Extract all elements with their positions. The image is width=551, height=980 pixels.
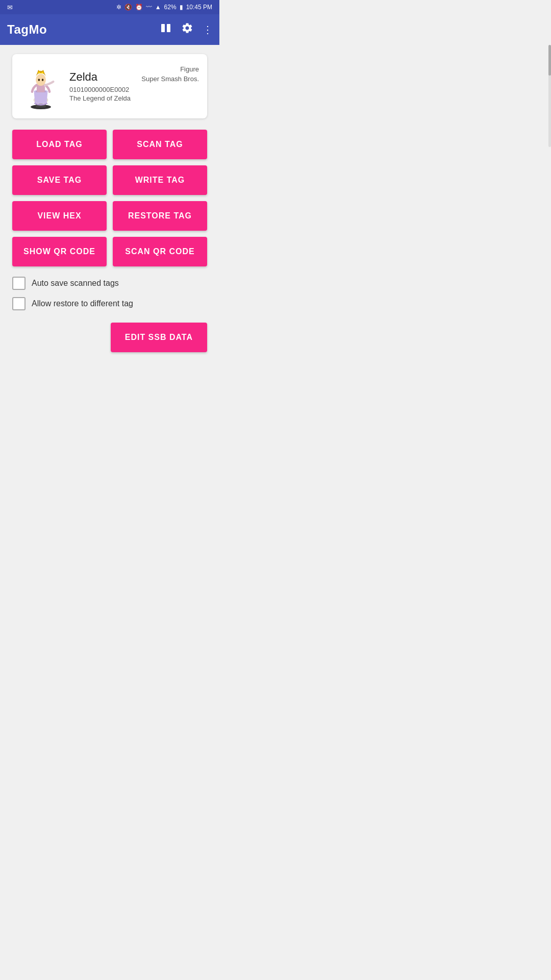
time: 10:45 PM [186, 4, 212, 11]
mail-icon: ✉ [7, 4, 13, 11]
app-title: TagMo [7, 22, 160, 37]
app-bar: TagMo ⋮ [0, 14, 219, 45]
svg-point-8 [38, 79, 40, 81]
svg-rect-0 [161, 24, 165, 32]
svg-point-9 [42, 79, 44, 81]
allow-restore-row: Allow restore to different tag [12, 297, 207, 310]
svg-point-7 [36, 74, 46, 86]
battery-icon: ▮ [180, 4, 183, 11]
battery-percent: 62% [164, 4, 177, 11]
card-info: Zelda 01010000000E0002 The Legend of Zel… [69, 70, 133, 102]
write-tag-button[interactable]: WRITE TAG [113, 165, 207, 195]
auto-save-checkbox[interactable] [12, 277, 26, 290]
allow-restore-checkbox[interactable] [12, 297, 26, 310]
amiibo-series: The Legend of Zelda [69, 94, 133, 102]
scan-qr-code-button[interactable]: SCAN QR CODE [113, 237, 207, 266]
amiibo-name: Zelda [69, 70, 133, 84]
checkbox-section: Auto save scanned tags Allow restore to … [12, 277, 207, 310]
amiibo-game: Super Smash Bros. [141, 75, 199, 83]
amiibo-image [20, 63, 61, 109]
amiibo-type: Figure [141, 65, 199, 73]
edit-ssb-row: EDIT SSB DATA [12, 323, 207, 352]
scan-tag-button[interactable]: SCAN TAG [113, 130, 207, 159]
auto-save-label: Auto save scanned tags [32, 279, 119, 288]
card-meta: Figure Super Smash Bros. [141, 65, 199, 83]
status-bar: ✉ ✲ 🔇 ⏰ 〰 ▲ 62% ▮ 10:45 PM [0, 0, 219, 14]
allow-restore-label: Allow restore to different tag [32, 299, 133, 308]
restore-tag-button[interactable]: RESTORE TAG [113, 201, 207, 231]
mute-icon: 🔇 [124, 4, 132, 11]
save-tag-button[interactable]: SAVE TAG [12, 165, 107, 195]
app-bar-actions: ⋮ [160, 22, 212, 37]
amiibo-card: Zelda 01010000000E0002 The Legend of Zel… [12, 54, 207, 118]
gear-icon[interactable] [181, 22, 193, 37]
edit-ssb-button[interactable]: EDIT SSB DATA [111, 323, 207, 352]
status-right: ✲ 🔇 ⏰ 〰 ▲ 62% ▮ 10:45 PM [116, 4, 212, 11]
vibrate-icon: 〰 [146, 4, 152, 11]
bluetooth-icon: ✲ [116, 4, 121, 11]
alarm-icon: ⏰ [135, 4, 143, 11]
main-content: Zelda 01010000000E0002 The Legend of Zel… [0, 45, 219, 361]
signal-icon: ▲ [155, 4, 161, 11]
view-hex-button[interactable]: VIEW HEX [12, 201, 107, 231]
show-qr-code-button[interactable]: SHOW QR CODE [12, 237, 107, 266]
auto-save-row: Auto save scanned tags [12, 277, 207, 290]
load-tag-button[interactable]: LOAD TAG [12, 130, 107, 159]
zelda-figure-svg [23, 63, 59, 109]
svg-rect-1 [167, 24, 170, 32]
amiibo-id: 01010000000E0002 [69, 86, 133, 93]
more-options-icon[interactable]: ⋮ [203, 23, 212, 36]
columns-icon[interactable] [160, 22, 172, 37]
action-buttons: LOAD TAG SCAN TAG SAVE TAG WRITE TAG VIE… [12, 130, 207, 266]
status-left: ✉ [7, 4, 13, 11]
